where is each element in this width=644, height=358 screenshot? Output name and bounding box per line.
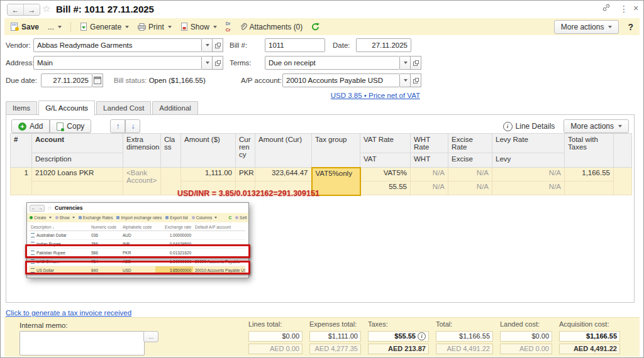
more-menu-button[interactable]: ... — [48, 23, 62, 31]
save-button[interactable]: Save — [11, 23, 39, 31]
list-item-usd-selected[interactable]: US Dollar 840USD 3.8500000020010 Account… — [29, 266, 245, 275]
cell-num[interactable]: 1 — [11, 168, 32, 195]
taxes-info-icon[interactable]: i — [418, 332, 426, 340]
currencies-export-button[interactable]: Export list — [165, 215, 188, 220]
col-numeric-code[interactable]: Numeric code — [89, 223, 121, 231]
memo-expand-button[interactable]: ... — [143, 331, 158, 342]
cell-vat-amount[interactable]: 55.55 — [360, 182, 411, 195]
address-input[interactable] — [33, 56, 202, 70]
copy-link-icon[interactable] — [602, 3, 611, 12]
back-button[interactable]: ← — [8, 4, 23, 15]
cell-levy-rate[interactable]: N/A — [492, 168, 565, 182]
cell-wht-amount[interactable]: N/A — [411, 182, 448, 195]
drcr-postings-button[interactable]: Dr Cr — [226, 22, 231, 32]
tab-items[interactable]: Items — [6, 101, 37, 115]
cell-wht-rate[interactable]: N/A — [411, 168, 448, 182]
col-excise-rate[interactable]: Excise Rate — [448, 134, 492, 153]
internal-memo-input[interactable] — [19, 331, 145, 355]
col-levy-rate[interactable]: Levy Rate — [492, 134, 565, 153]
cell-extra-dimension[interactable]: <Bank Account> — [123, 168, 161, 195]
col-vat[interactable]: VAT — [360, 153, 411, 168]
forward-button[interactable]: → — [23, 4, 40, 15]
col-description[interactable]: Description — [32, 153, 123, 168]
attachments-button[interactable]: Attachments (0) — [240, 23, 303, 31]
ap-account-open-button[interactable] — [411, 73, 421, 87]
address-dropdown-button[interactable] — [202, 56, 213, 70]
col-total-with-taxes[interactable]: Total with Taxes — [565, 134, 614, 168]
add-row-button[interactable]: + Add — [11, 119, 50, 133]
print-button[interactable]: Print — [138, 23, 172, 31]
col-levy[interactable]: Levy — [492, 153, 565, 168]
col-exchange-rate[interactable]: Exchange rate — [155, 223, 193, 231]
currencies-import-button[interactable]: Import exchange rates — [116, 215, 162, 220]
col-excise[interactable]: Excise — [448, 153, 492, 168]
due-date-calendar-button[interactable] — [92, 73, 103, 87]
cell-amount-usd[interactable]: 1,111.00 — [181, 168, 236, 182]
list-item[interactable]: Australian Dollar 036AUD 1.00000000 — [29, 231, 245, 240]
vendor-dropdown-button[interactable] — [202, 38, 213, 52]
currencies-columns-button[interactable]: Columns — [192, 215, 218, 220]
address-open-button[interactable] — [213, 56, 223, 70]
generate-button[interactable]: Generate — [80, 23, 129, 31]
forward-icon[interactable]: → — [37, 205, 44, 211]
tab-additional[interactable]: Additional — [152, 101, 198, 115]
copy-row-button[interactable]: Copy — [50, 119, 91, 133]
cell-currency[interactable]: PKR — [236, 168, 255, 182]
move-up-icon[interactable] — [220, 217, 223, 219]
col-amount-usd[interactable]: Amount ($) — [181, 134, 236, 168]
col-wht-rate[interactable]: WHT Rate — [411, 134, 448, 153]
list-item[interactable]: UAE Dirham 784AED 1.0000000020000 Accoun… — [29, 258, 245, 266]
generate-tax-invoice-link[interactable]: Click to generate a tax invoice received — [6, 309, 131, 317]
col-extra-dimension[interactable]: Extra dimension — [123, 134, 161, 168]
table-row[interactable]: 1 21020 Loans PKR <Bank Account> 1,111.0… — [11, 168, 632, 182]
close-icon[interactable]: × — [633, 3, 638, 13]
tab-landed-cost[interactable]: Landed Cost — [96, 101, 151, 115]
date-input[interactable] — [356, 38, 411, 52]
col-wht[interactable]: WHT — [411, 153, 448, 168]
ap-account-dropdown-button[interactable] — [400, 73, 411, 87]
col-default-ap[interactable]: Default A/P account — [193, 223, 245, 231]
cell-levy-amount[interactable]: N/A — [492, 182, 565, 195]
cell-account[interactable]: 21020 Loans PKR — [32, 168, 123, 182]
terms-input[interactable] — [265, 56, 400, 70]
move-up-button[interactable]: ↑ — [110, 119, 125, 133]
tab-gl-accounts[interactable]: G/L Accounts — [38, 100, 95, 116]
cell-vat-rate[interactable]: VAT5% — [360, 168, 411, 182]
vendor-input[interactable] — [33, 38, 202, 52]
cell-excise-amount[interactable]: N/A — [448, 182, 492, 195]
refresh-button[interactable] — [311, 23, 319, 31]
col-amount-cur[interactable]: Amount (Cur) — [255, 134, 312, 168]
cell-amount-cur[interactable]: 323,644.47 — [255, 168, 312, 182]
cell-description[interactable] — [32, 182, 123, 195]
col-vat-rate[interactable]: VAT Rate — [360, 134, 411, 153]
currencies-create-button[interactable]: Create — [30, 215, 52, 220]
help-button[interactable]: ? — [628, 22, 633, 32]
refresh-icon[interactable]: C — [228, 215, 231, 220]
move-down-icon[interactable] — [224, 217, 226, 219]
move-down-button[interactable]: ↓ — [125, 119, 140, 133]
line-details-button[interactable]: i Line Details — [503, 122, 555, 131]
bill-no-input[interactable] — [265, 38, 325, 52]
col-num[interactable]: # — [11, 134, 32, 168]
due-date-input[interactable] — [41, 73, 92, 87]
currencies-exchange-rates-button[interactable]: Exchange Rates — [79, 215, 113, 220]
col-tax-group[interactable]: Tax group — [312, 134, 360, 168]
col-class[interactable]: Class — [161, 134, 181, 168]
more-actions-button[interactable]: More actions — [554, 20, 619, 34]
cell-total-2[interactable] — [565, 182, 614, 195]
grid-more-actions-button[interactable]: More actions — [564, 119, 629, 133]
col-alphabetic-code[interactable]: Alphabetic code — [121, 223, 155, 231]
favorite-star-icon[interactable]: ☆ — [42, 3, 50, 14]
currencies-settings-button[interactable]: Sett — [235, 215, 247, 220]
ap-account-input[interactable] — [282, 73, 400, 87]
back-icon[interactable]: ← — [30, 205, 37, 211]
list-item[interactable]: Indian Rupee 356INR 0.04429500 — [29, 240, 245, 249]
col-account[interactable]: Account — [32, 134, 123, 153]
vendor-open-button[interactable] — [213, 38, 223, 52]
window-menu-icon[interactable]: ⋮ — [619, 4, 628, 14]
currencies-show-button[interactable]: Show — [55, 215, 75, 220]
cell-excise-rate[interactable]: N/A — [448, 168, 492, 182]
col-currency[interactable]: Currency — [236, 134, 255, 168]
list-item-pkr[interactable]: Pakistan Rupee 586PKR 0.01321620 — [29, 249, 245, 258]
terms-dropdown-button[interactable] — [400, 56, 411, 70]
